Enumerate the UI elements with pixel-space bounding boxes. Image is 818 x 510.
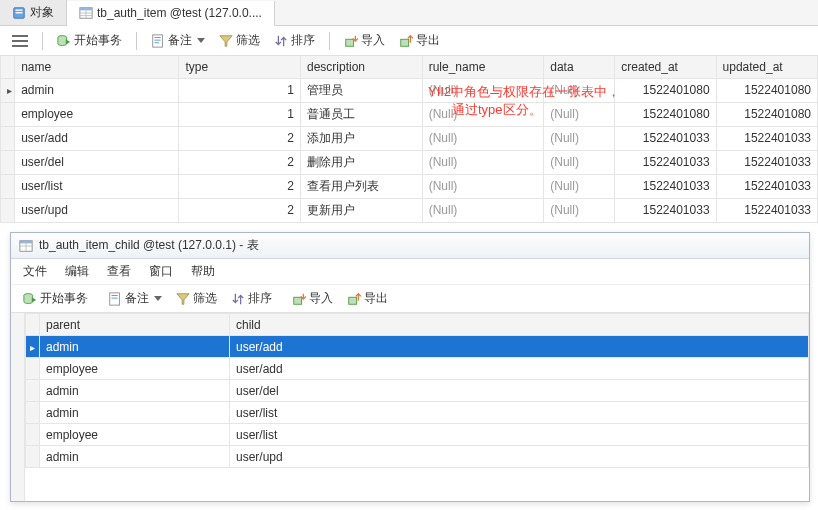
memo-button[interactable]: 备注: [104, 288, 166, 309]
cell-type[interactable]: 2: [179, 126, 301, 150]
col-child[interactable]: child: [230, 314, 809, 336]
begin-transaction-button[interactable]: 开始事务: [53, 30, 126, 51]
cell-type[interactable]: 2: [179, 198, 301, 222]
cell-data[interactable]: (Null): [544, 102, 615, 126]
cell-name[interactable]: user/upd: [15, 198, 179, 222]
cell-data[interactable]: (Null): [544, 198, 615, 222]
cell-type[interactable]: 2: [179, 150, 301, 174]
cell-parent[interactable]: admin: [40, 402, 230, 424]
begin-transaction-button[interactable]: 开始事务: [19, 288, 92, 309]
table-row[interactable]: user/list2查看用户列表(Null)(Null)152240103315…: [1, 174, 818, 198]
cell-name[interactable]: user/del: [15, 150, 179, 174]
table-row[interactable]: user/upd2更新用户(Null)(Null)152240103315224…: [1, 198, 818, 222]
col-rule-name[interactable]: rule_name: [422, 56, 544, 78]
cell-data[interactable]: (Null): [544, 150, 615, 174]
cell-rule-name[interactable]: (Null): [422, 150, 544, 174]
cell-parent[interactable]: admin: [40, 446, 230, 468]
cell-updated-at[interactable]: 1522401033: [716, 150, 817, 174]
import-button[interactable]: 导入: [340, 30, 389, 51]
tab-label: tb_auth_item @test (127.0.0....: [97, 6, 262, 20]
menu-file[interactable]: 文件: [23, 263, 47, 280]
table-row[interactable]: employee1普通员工(Null)(Null)152240108015224…: [1, 102, 818, 126]
cell-child[interactable]: user/list: [230, 402, 809, 424]
table-row[interactable]: adminuser/del: [26, 380, 809, 402]
menu-help[interactable]: 帮助: [191, 263, 215, 280]
child-window-titlebar[interactable]: tb_auth_item_child @test (127.0.0.1) - 表: [11, 233, 809, 259]
cell-data[interactable]: (Null): [544, 126, 615, 150]
cell-name[interactable]: employee: [15, 102, 179, 126]
cell-child[interactable]: user/del: [230, 380, 809, 402]
cell-child[interactable]: user/add: [230, 358, 809, 380]
cell-parent[interactable]: admin: [40, 336, 230, 358]
cell-parent[interactable]: admin: [40, 380, 230, 402]
cell-data[interactable]: (Null): [544, 78, 615, 102]
cell-child[interactable]: user/list: [230, 424, 809, 446]
menu-view[interactable]: 查看: [107, 263, 131, 280]
cell-parent[interactable]: employee: [40, 358, 230, 380]
cell-type[interactable]: 1: [179, 102, 301, 126]
cell-type[interactable]: 1: [179, 78, 301, 102]
cell-rule-name[interactable]: (Null): [422, 126, 544, 150]
export-button[interactable]: 导出: [343, 288, 392, 309]
import-button[interactable]: 导入: [288, 288, 337, 309]
table-row[interactable]: adminuser/list: [26, 402, 809, 424]
cell-created-at[interactable]: 1522401033: [615, 126, 716, 150]
auth-item-child-table[interactable]: parent child adminuser/addemployeeuser/a…: [25, 313, 809, 468]
cell-name[interactable]: admin: [15, 78, 179, 102]
cell-rule-name[interactable]: (Null): [422, 102, 544, 126]
auth-item-table[interactable]: name type description rule_name data cre…: [0, 56, 818, 223]
col-type[interactable]: type: [179, 56, 301, 78]
cell-parent[interactable]: employee: [40, 424, 230, 446]
cell-created-at[interactable]: 1522401033: [615, 174, 716, 198]
cell-description[interactable]: 更新用户: [301, 198, 423, 222]
cell-updated-at[interactable]: 1522401080: [716, 78, 817, 102]
table-row[interactable]: employeeuser/list: [26, 424, 809, 446]
cell-created-at[interactable]: 1522401080: [615, 78, 716, 102]
table-row[interactable]: adminuser/add: [26, 336, 809, 358]
cell-name[interactable]: user/add: [15, 126, 179, 150]
tab-table[interactable]: tb_auth_item @test (127.0.0....: [67, 1, 275, 26]
sort-button[interactable]: 排序: [270, 30, 319, 51]
cell-updated-at[interactable]: 1522401033: [716, 174, 817, 198]
table-row[interactable]: user/del2删除用户(Null)(Null)152240103315224…: [1, 150, 818, 174]
table-row[interactable]: employeeuser/add: [26, 358, 809, 380]
col-parent[interactable]: parent: [40, 314, 230, 336]
cell-updated-at[interactable]: 1522401080: [716, 102, 817, 126]
cell-rule-name[interactable]: (Null): [422, 174, 544, 198]
cell-child[interactable]: user/upd: [230, 446, 809, 468]
cell-description[interactable]: 添加用户: [301, 126, 423, 150]
cell-child[interactable]: user/add: [230, 336, 809, 358]
export-button[interactable]: 导出: [395, 30, 444, 51]
col-created-at[interactable]: created_at: [615, 56, 716, 78]
menu-window[interactable]: 窗口: [149, 263, 173, 280]
sort-icon: [274, 34, 288, 48]
menu-button[interactable]: [8, 32, 32, 50]
col-updated-at[interactable]: updated_at: [716, 56, 817, 78]
col-name[interactable]: name: [15, 56, 179, 78]
cell-data[interactable]: (Null): [544, 174, 615, 198]
menu-edit[interactable]: 编辑: [65, 263, 89, 280]
cell-created-at[interactable]: 1522401080: [615, 102, 716, 126]
cell-description[interactable]: 普通员工: [301, 102, 423, 126]
table-row[interactable]: user/add2添加用户(Null)(Null)152240103315224…: [1, 126, 818, 150]
cell-description[interactable]: 管理员: [301, 78, 423, 102]
cell-name[interactable]: user/list: [15, 174, 179, 198]
filter-button[interactable]: 筛选: [172, 288, 221, 309]
cell-description[interactable]: 删除用户: [301, 150, 423, 174]
cell-updated-at[interactable]: 1522401033: [716, 126, 817, 150]
sort-button[interactable]: 排序: [227, 288, 276, 309]
table-row[interactable]: adminuser/upd: [26, 446, 809, 468]
col-description[interactable]: description: [301, 56, 423, 78]
filter-button[interactable]: 筛选: [215, 30, 264, 51]
cell-description[interactable]: 查看用户列表: [301, 174, 423, 198]
cell-created-at[interactable]: 1522401033: [615, 150, 716, 174]
table-row[interactable]: admin1管理员(Null)(Null)1522401080152240108…: [1, 78, 818, 102]
tab-objects[interactable]: 对象: [0, 0, 67, 25]
cell-created-at[interactable]: 1522401033: [615, 198, 716, 222]
cell-rule-name[interactable]: (Null): [422, 198, 544, 222]
col-data[interactable]: data: [544, 56, 615, 78]
cell-rule-name[interactable]: (Null): [422, 78, 544, 102]
memo-button[interactable]: 备注: [147, 30, 209, 51]
cell-type[interactable]: 2: [179, 174, 301, 198]
cell-updated-at[interactable]: 1522401033: [716, 198, 817, 222]
